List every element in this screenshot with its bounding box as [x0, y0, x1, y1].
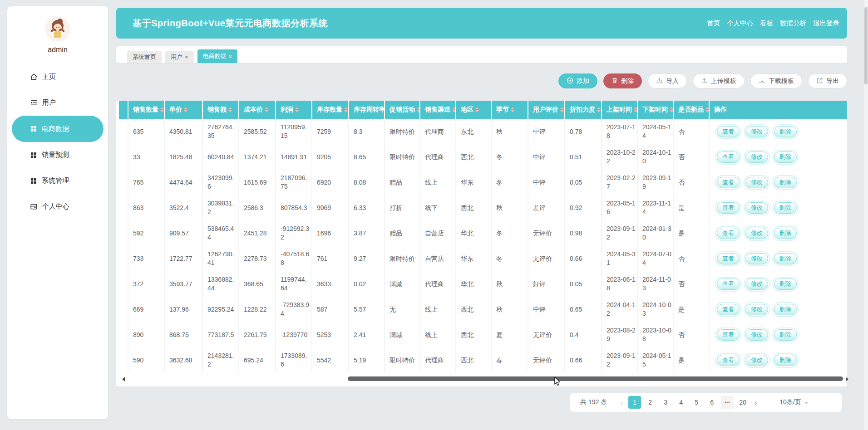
edit-button[interactable]: 修改 [745, 228, 768, 239]
partial-column-cell [119, 271, 128, 297]
view-button[interactable]: 查看 [717, 151, 740, 163]
view-button[interactable]: 查看 [717, 253, 740, 264]
edit-button[interactable]: 修改 [745, 177, 768, 188]
download-template-button[interactable]: 下载模板 [750, 73, 802, 88]
column-header[interactable]: 库存数量 [312, 101, 349, 119]
delete-row-button[interactable]: 删除 [774, 126, 797, 137]
table-cell: 无评价 [528, 220, 565, 246]
page-button-2[interactable]: 2 [644, 396, 656, 409]
table-cell: 590 [128, 347, 165, 373]
upload-template-button[interactable]: 上传模板 [693, 73, 745, 88]
tab-系统首页[interactable]: 系统首页 [127, 51, 162, 63]
table-cell: 538465.44 [203, 220, 239, 246]
table-cell: 909.57 [165, 220, 203, 246]
column-header[interactable]: 销售渠道 [420, 101, 456, 119]
top-nav-link[interactable]: 首页 [707, 19, 720, 28]
delete-row-button[interactable]: 删除 [774, 329, 797, 341]
grid-icon [30, 177, 37, 185]
edit-button[interactable]: 修改 [745, 329, 768, 341]
sidebar-item-system-management[interactable]: 系统管理 [7, 168, 108, 194]
table-cell: 2023-05-16 [602, 195, 638, 220]
column-header[interactable]: 下架时间 [638, 101, 674, 119]
page-button-1[interactable]: 1 [628, 396, 641, 409]
top-nav-link[interactable]: 数据分析 [780, 19, 806, 28]
close-icon[interactable]: × [229, 54, 232, 59]
view-button[interactable]: 查看 [717, 304, 740, 315]
more-pages-button[interactable]: ••• [721, 396, 734, 409]
page-button-20[interactable]: 20 [736, 396, 749, 409]
edit-button[interactable]: 修改 [745, 126, 768, 137]
top-nav-link[interactable]: 退出登录 [813, 19, 839, 28]
scroll-left-arrow-icon[interactable] [122, 377, 125, 381]
column-header[interactable]: 利润 [276, 101, 312, 119]
column-header[interactable]: 操作 [710, 101, 847, 119]
page-size-select[interactable]: 10条/页 [779, 398, 808, 406]
column-header[interactable]: 折扣力度 [565, 101, 602, 119]
edit-button[interactable]: 修改 [745, 253, 768, 264]
import-button[interactable]: 导入 [648, 73, 687, 88]
sidebar-item-home[interactable]: 主页 [7, 64, 108, 90]
page-button-6[interactable]: 6 [705, 396, 718, 409]
sidebar-item-users[interactable]: 用户 [7, 90, 108, 116]
page-button-3[interactable]: 3 [659, 396, 672, 409]
page-button-5[interactable]: 5 [690, 396, 703, 409]
sort-carets-icon [705, 107, 709, 112]
column-header[interactable]: 销售数量 [128, 101, 165, 119]
page-scrollbar-thumb[interactable] [864, 7, 868, 84]
column-header[interactable]: 成本价 [239, 101, 276, 119]
delete-button[interactable]: 删除 [603, 73, 642, 88]
delete-row-button[interactable]: 删除 [774, 253, 797, 264]
tab-label: 用户 [171, 53, 182, 61]
column-header[interactable]: 库存周转率 [349, 101, 385, 119]
sort-asc-icon [511, 107, 514, 109]
tab-用户[interactable]: 用户× [165, 51, 194, 63]
delete-row-button[interactable]: 删除 [774, 151, 797, 163]
view-button[interactable]: 查看 [717, 329, 740, 341]
delete-row-button[interactable]: 删除 [774, 177, 797, 188]
sidebar-item-sales-forecast[interactable]: 销量预测 [7, 142, 108, 168]
column-header[interactable]: 地区 [456, 101, 492, 119]
edit-button[interactable]: 修改 [745, 279, 768, 290]
sidebar-item-personal-center[interactable]: 个人中心 [7, 194, 108, 220]
delete-row-button[interactable]: 删除 [774, 202, 797, 214]
column-header[interactable]: 上架时间 [602, 101, 638, 119]
export-button[interactable]: 导出 [808, 73, 847, 88]
view-button[interactable]: 查看 [717, 279, 740, 290]
view-button[interactable]: 查看 [717, 228, 740, 239]
close-icon[interactable]: × [185, 54, 188, 60]
next-page-icon[interactable]: › [755, 399, 757, 406]
edit-button[interactable]: 修改 [745, 151, 768, 163]
edit-button[interactable]: 修改 [745, 304, 768, 315]
partial-column-header [119, 101, 128, 119]
delete-row-button[interactable]: 删除 [774, 228, 797, 239]
column-header[interactable]: 单价 [165, 101, 203, 119]
delete-row-button[interactable]: 删除 [774, 355, 797, 366]
page-button-4[interactable]: 4 [675, 396, 687, 409]
column-header[interactable]: 销售额 [203, 101, 239, 119]
sidebar-item-label: 销量预测 [42, 151, 69, 159]
view-button[interactable]: 查看 [717, 202, 740, 214]
column-header[interactable]: 用户评价 [528, 101, 565, 119]
top-nav-link[interactable]: 个人中心 [727, 19, 753, 28]
sidebar-item-ecommerce-data[interactable]: 电商数据 [12, 116, 104, 142]
horizontal-scrollbar-thumb[interactable] [348, 376, 843, 381]
column-header[interactable]: 季节 [492, 101, 528, 119]
view-button[interactable]: 查看 [717, 126, 740, 137]
view-button[interactable]: 查看 [717, 177, 740, 188]
top-nav-link[interactable]: 看板 [760, 19, 773, 28]
add-button[interactable]: 添加 [558, 73, 597, 88]
delete-row-button[interactable]: 删除 [774, 279, 797, 290]
edit-button[interactable]: 修改 [745, 202, 768, 214]
edit-button[interactable]: 修改 [745, 355, 768, 366]
scroll-right-arrow-icon[interactable] [846, 377, 848, 381]
column-header[interactable]: 促销活动 [385, 101, 420, 119]
table-cell: -1239770 [276, 322, 312, 347]
tab-电商数据[interactable]: 电商数据× [197, 49, 238, 63]
card-icon [30, 203, 38, 210]
column-header[interactable]: 是否新品 [674, 101, 710, 119]
table-cell: 1696 [312, 220, 349, 246]
view-button[interactable]: 查看 [717, 355, 740, 366]
delete-row-button[interactable]: 删除 [774, 304, 797, 315]
prev-page-icon[interactable]: ‹ [621, 399, 623, 406]
grid-icon [30, 125, 37, 132]
